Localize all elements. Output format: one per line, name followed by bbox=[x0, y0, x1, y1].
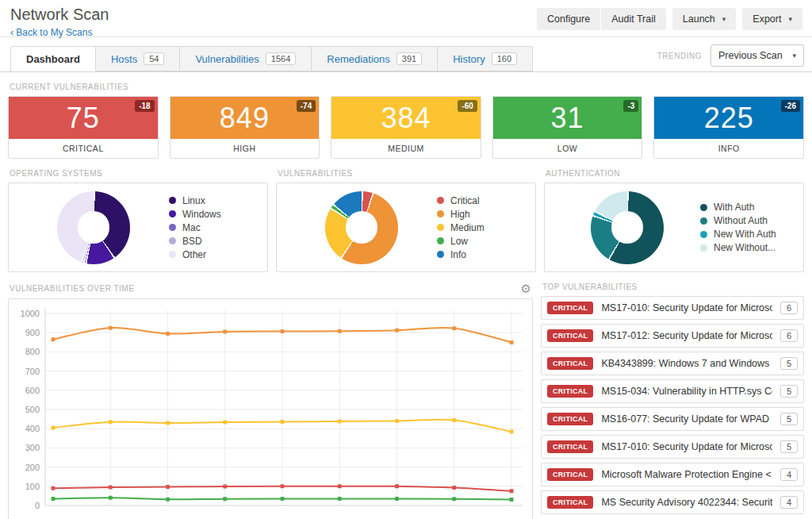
legend-item: Mac bbox=[169, 222, 258, 233]
section-label-vulnerabilities-over-time: VULNERABILITIES OVER TIME bbox=[10, 284, 134, 293]
tab-count-badge: 54 bbox=[144, 52, 164, 65]
legend-label: Without Auth bbox=[714, 215, 768, 226]
svg-text:400: 400 bbox=[25, 424, 40, 433]
vulnerabilities-donut-chart[interactable] bbox=[325, 191, 398, 264]
donut-wrap bbox=[18, 191, 169, 264]
card-label: LOW bbox=[493, 139, 642, 158]
authentication-panel: With Auth Without Auth New With Auth New… bbox=[544, 183, 804, 272]
legend-label: Low bbox=[450, 236, 468, 247]
card-label: HIGH bbox=[170, 139, 320, 158]
delta-badge: -18 bbox=[135, 100, 154, 112]
header: Network Scan ‹Back to My Scans Configure… bbox=[0, 0, 812, 37]
vulnerability-row[interactable]: CRITICAL MS Security Advisory 4022344: S… bbox=[541, 490, 804, 514]
card-value: 384 bbox=[381, 104, 431, 133]
operating-systems-donut-chart[interactable] bbox=[57, 191, 130, 264]
audit-trail-button[interactable]: Audit Trail bbox=[601, 8, 666, 30]
tab-label: Remediations bbox=[327, 53, 390, 65]
chart-header: VULNERABILITIES OVER TIME ⚙ bbox=[10, 283, 531, 294]
legend-item: Other bbox=[169, 249, 258, 260]
launch-button[interactable]: Launch ▾ bbox=[672, 8, 737, 30]
tab-dashboard[interactable]: Dashboard bbox=[10, 46, 96, 71]
card-info[interactable]: 225 -26 INFO bbox=[653, 96, 804, 159]
legend-label: Medium bbox=[450, 222, 485, 233]
vulnerability-row[interactable]: CRITICAL Microsoft Malware Protection En… bbox=[541, 463, 804, 486]
severity-badge: CRITICAL bbox=[547, 440, 593, 453]
legend-dot bbox=[700, 244, 707, 252]
severity-badge: CRITICAL bbox=[547, 468, 593, 481]
vulnerability-row[interactable]: CRITICAL MS16-077: Security Update for W… bbox=[541, 407, 804, 431]
card-low-top: 31 -3 bbox=[493, 97, 642, 139]
vulnerability-row[interactable]: CRITICAL MS17-012: Security Update for M… bbox=[541, 324, 804, 348]
export-button[interactable]: Export ▾ bbox=[742, 8, 802, 30]
count-badge: 6 bbox=[780, 329, 798, 342]
count-badge: 5 bbox=[780, 440, 798, 453]
legend-label: Other bbox=[182, 249, 206, 260]
vulnerability-title: MS Security Advisory 4022344: Security U… bbox=[601, 497, 772, 508]
vulnerability-title: MS16-077: Security Update for WPAD (3165… bbox=[601, 413, 772, 425]
authentication-donut-chart[interactable] bbox=[591, 191, 664, 264]
vulnerability-title: MS17-010: Security Update for Microsoft … bbox=[601, 441, 772, 452]
legend-label: New Without... bbox=[714, 242, 776, 253]
top-vulnerabilities-list: CRITICAL MS17-010: Security Update for M… bbox=[541, 296, 804, 514]
severity-badge: CRITICAL bbox=[547, 329, 593, 342]
tab-bar: Dashboard Hosts 54 Vulnerabilities 1564 … bbox=[0, 37, 812, 72]
gear-icon[interactable]: ⚙ bbox=[521, 283, 531, 294]
tab-history[interactable]: History 160 bbox=[438, 46, 533, 71]
legend-label: Linux bbox=[182, 195, 205, 206]
operating-systems-legend: Linux Windows Mac BSD Other bbox=[169, 193, 258, 263]
tab-vulnerabilities[interactable]: Vulnerabilities 1564 bbox=[180, 46, 312, 71]
legend-item: BSD bbox=[169, 236, 258, 247]
card-value: 849 bbox=[220, 104, 270, 133]
vulnerability-row[interactable]: CRITICAL KB4343899: Windows 7 and Window… bbox=[541, 352, 804, 375]
launch-label: Launch bbox=[683, 13, 715, 25]
card-critical[interactable]: 75 -18 CRITICAL bbox=[8, 96, 159, 159]
card-critical-top: 75 -18 bbox=[9, 97, 158, 139]
legend-label: Windows bbox=[182, 209, 221, 220]
card-label: MEDIUM bbox=[331, 139, 481, 158]
legend-item: Medium bbox=[437, 222, 526, 233]
legend-item: Without Auth bbox=[700, 215, 794, 226]
svg-text:1000: 1000 bbox=[21, 309, 40, 318]
vulnerability-row[interactable]: CRITICAL MS15-034: Vulnerability in HTTP… bbox=[541, 379, 804, 403]
legend-label: High bbox=[450, 209, 470, 220]
donut-wrap bbox=[286, 191, 437, 264]
vulnerability-row[interactable]: CRITICAL MS17-010: Security Update for M… bbox=[541, 296, 804, 320]
tab-count-badge: 391 bbox=[396, 52, 422, 65]
count-badge: 4 bbox=[780, 496, 798, 509]
section-label-authentication: AUTHENTICATION bbox=[546, 169, 802, 178]
legend-item: Linux bbox=[169, 195, 258, 206]
tab-count-badge: 1564 bbox=[266, 52, 296, 65]
vulnerabilities-legend: Critical High Medium Low Info bbox=[437, 193, 526, 263]
svg-text:300: 300 bbox=[25, 443, 40, 452]
vulnerabilities-panel: Critical High Medium Low Info bbox=[276, 183, 536, 272]
configure-label: Configure bbox=[547, 13, 590, 25]
current-vulnerability-cards: 75 -18 CRITICAL 849 -74 HIGH 384 -60 MED… bbox=[8, 96, 804, 159]
vulnerability-title: Microsoft Malware Protection Engine < 1.… bbox=[601, 469, 772, 480]
card-medium[interactable]: 384 -60 MEDIUM bbox=[331, 96, 481, 159]
legend-dot bbox=[700, 231, 707, 238]
back-link[interactable]: ‹Back to My Scans bbox=[10, 26, 109, 38]
svg-text:800: 800 bbox=[25, 347, 40, 356]
legend-item: Critical bbox=[437, 195, 526, 206]
configure-button[interactable]: Configure bbox=[537, 8, 600, 30]
trending-select[interactable]: Previous Scan ▾ bbox=[710, 44, 804, 67]
card-low[interactable]: 31 -3 LOW bbox=[492, 96, 643, 159]
tab-label: History bbox=[453, 53, 485, 65]
svg-text:100: 100 bbox=[25, 482, 40, 491]
card-label: CRITICAL bbox=[9, 139, 158, 158]
legend-dot bbox=[169, 197, 176, 204]
delta-badge: -74 bbox=[297, 100, 316, 112]
legend-dot bbox=[169, 224, 176, 231]
severity-badge: CRITICAL bbox=[547, 302, 593, 314]
legend-dot bbox=[437, 251, 444, 258]
tab-hosts[interactable]: Hosts 54 bbox=[96, 46, 180, 71]
severity-badge: CRITICAL bbox=[547, 413, 593, 425]
tab-remediations[interactable]: Remediations 391 bbox=[312, 46, 438, 71]
card-value: 225 bbox=[704, 104, 754, 133]
vulnerability-row[interactable]: CRITICAL MS17-010: Security Update for M… bbox=[541, 435, 804, 459]
bottom-row: VULNERABILITIES OVER TIME ⚙ 010020030040… bbox=[8, 272, 804, 519]
card-info-top: 225 -26 bbox=[654, 97, 803, 139]
header-left: Network Scan ‹Back to My Scans bbox=[10, 6, 109, 38]
count-badge: 5 bbox=[780, 357, 798, 370]
card-high[interactable]: 849 -74 HIGH bbox=[170, 96, 320, 159]
